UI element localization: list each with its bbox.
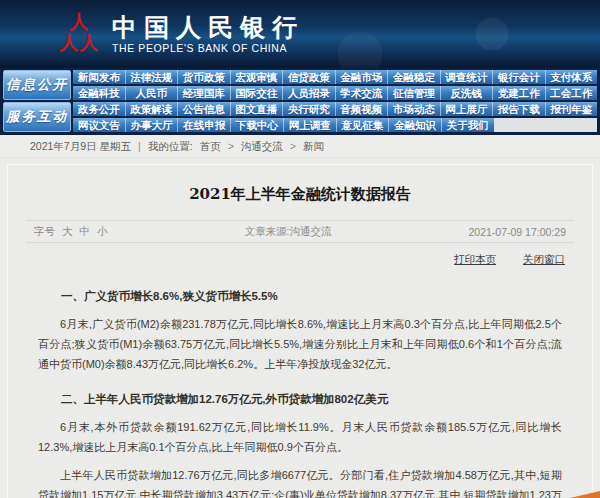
nav-item[interactable]: 工会工作 — [545, 86, 598, 100]
article-paragraph: 6月末,广义货币(M2)余额231.78万亿元,同比增长8.6%,增速比上月末高… — [38, 314, 562, 374]
breadcrumb-divider: | — [138, 135, 141, 157]
nav-empty-filler — [494, 118, 597, 132]
nav-item[interactable]: 经理国库 — [177, 86, 230, 100]
article-body: 一、广义货币增长8.6%,狭义货币增长5.5%6月末,广义货币(M2)余额231… — [8, 267, 592, 498]
pboc-logo-icon: 人 人 人 — [60, 11, 98, 57]
nav-item[interactable]: 国际交往 — [230, 86, 283, 100]
nav-item[interactable]: 报刊年鉴 — [545, 102, 598, 116]
nav-item[interactable]: 货币政策 — [177, 70, 230, 84]
nav-section-label[interactable]: 服务互动 — [3, 102, 71, 132]
nav-item[interactable]: 央行研究 — [282, 102, 335, 116]
font-size-label: 字号 — [34, 225, 55, 239]
nav-item[interactable]: 市场动态 — [387, 102, 440, 116]
svg-text:人: 人 — [69, 11, 90, 32]
nav-item[interactable]: 在线申报 — [177, 118, 230, 132]
nav-item[interactable]: 金融市场 — [335, 70, 388, 84]
print-page-link[interactable]: 打印本页 — [454, 253, 496, 265]
main-nav: 信息公开新闻发布法律法规货币政策宏观审慎信贷政策金融市场金融稳定调查统计银行会计… — [0, 68, 600, 135]
breadcrumb-date: 2021年7月9日 星期五 — [30, 135, 131, 157]
page-title: 2021年上半年金融统计数据报告 — [8, 165, 592, 220]
close-window-link[interactable]: 关闭窗口 — [523, 253, 565, 265]
nav-item[interactable]: 办事大厅 — [125, 118, 178, 132]
breadcrumb-arrow-icon: > — [228, 135, 234, 157]
font-size-option[interactable]: 小 — [97, 225, 108, 239]
nav-row: 金融科技人民币经理国库国际交往人员招录学术交流征信管理反洗钱党建工作工会工作 — [73, 86, 597, 100]
content-box: 2021年上半年金融统计数据报告 字号 大中小 文章来源:沟通交流 2021-0… — [7, 164, 593, 498]
nav-item[interactable]: 金融知识 — [388, 118, 441, 132]
font-size-option[interactable]: 大 — [62, 225, 73, 239]
nav-item[interactable]: 公告信息 — [177, 102, 230, 116]
nav-item[interactable]: 信贷政策 — [282, 70, 335, 84]
nav-row: 政务公开政策解读公告信息图文直播央行研究音频视频市场动态网上展厅报告下载报刊年鉴 — [73, 102, 597, 116]
nav-item[interactable]: 新闻发布 — [73, 70, 125, 84]
nav-item[interactable]: 学术交流 — [335, 86, 388, 100]
font-size-options: 大中小 — [62, 225, 108, 239]
nav-item[interactable]: 法律法规 — [125, 70, 178, 84]
font-size-option[interactable]: 中 — [80, 225, 91, 239]
article-paragraph: 6月末,本外币贷款余额191.62万亿元,同比增长11.9%。月末人民币贷款余额… — [38, 417, 562, 457]
font-size-control: 字号 大中小 — [34, 225, 108, 239]
nav-section: 服务互动政务公开政策解读公告信息图文直播央行研究音频视频市场动态网上展厅报告下载… — [3, 102, 597, 132]
article-actions: 打印本页 关闭窗口 — [8, 243, 592, 267]
nav-item[interactable]: 下载中心 — [230, 118, 283, 132]
nav-row: 新闻发布法律法规货币政策宏观审慎信贷政策金融市场金融稳定调查统计银行会计支付体系 — [73, 70, 597, 84]
nav-item[interactable]: 支付体系 — [545, 70, 598, 84]
nav-item[interactable]: 征信管理 — [387, 86, 440, 100]
nav-item[interactable]: 音频视频 — [335, 102, 388, 116]
breadcrumb-location-label: 我的位置: — [148, 135, 193, 157]
nav-item[interactable]: 政务公开 — [73, 102, 125, 116]
article-datetime: 2021-07-09 17:00:29 — [468, 226, 566, 238]
nav-item[interactable]: 关于我们 — [441, 118, 494, 132]
section-heading: 二、上半年人民币贷款增加12.76万亿元,外币贷款增加802亿美元 — [38, 389, 562, 409]
nav-item[interactable]: 网上展厅 — [440, 102, 493, 116]
nav-rows: 新闻发布法律法规货币政策宏观审慎信贷政策金融市场金融稳定调查统计银行会计支付体系… — [73, 70, 597, 100]
nav-item[interactable]: 网上调查 — [283, 118, 336, 132]
nav-item[interactable]: 银行会计 — [492, 70, 545, 84]
breadcrumb-links: 首页>沟通交流>新闻 — [200, 135, 324, 157]
corner-accent-decoration — [570, 491, 600, 498]
nav-item[interactable]: 图文直播 — [230, 102, 283, 116]
bank-title-cn: 中国人民银行 — [112, 14, 304, 41]
article-source: 文章来源:沟通交流 — [245, 225, 332, 239]
nav-item[interactable]: 人民币 — [125, 86, 178, 100]
nav-item[interactable]: 政策解读 — [125, 102, 178, 116]
nav-rows: 政务公开政策解读公告信息图文直播央行研究音频视频市场动态网上展厅报告下载报刊年鉴… — [73, 102, 597, 132]
article-paragraph: 上半年人民币贷款增加12.76万亿元,同比多增6677亿元。分部门看,住户贷款增… — [38, 465, 562, 498]
breadcrumb: 2021年7月9日 星期五 | 我的位置: 首页>沟通交流>新闻 — [0, 135, 600, 158]
breadcrumb-link[interactable]: 首页 — [200, 135, 221, 157]
nav-item[interactable]: 宏观审慎 — [230, 70, 283, 84]
nav-row: 网议文告办事大厅在线申报下载中心网上调查意见征集金融知识关于我们 — [73, 118, 597, 132]
breadcrumb-link[interactable]: 沟通交流 — [241, 135, 283, 157]
nav-item[interactable]: 人员招录 — [282, 86, 335, 100]
nav-item[interactable]: 报告下载 — [492, 102, 545, 116]
header-banner: 人 人 人 中国人民银行 THE PEOPLE'S BANK OF CHINA — [0, 0, 600, 68]
article-meta: 字号 大中小 文章来源:沟通交流 2021-07-09 17:00:29 — [26, 220, 574, 243]
nav-item[interactable]: 意见征集 — [336, 118, 389, 132]
breadcrumb-link[interactable]: 新闻 — [303, 135, 324, 157]
nav-item[interactable]: 党建工作 — [492, 86, 545, 100]
nav-item[interactable]: 反洗钱 — [440, 86, 493, 100]
nav-item[interactable]: 金融稳定 — [387, 70, 440, 84]
bank-title-en: THE PEOPLE'S BANK OF CHINA — [112, 41, 304, 55]
nav-section-label[interactable]: 信息公开 — [3, 70, 71, 100]
svg-text:人: 人 — [79, 31, 99, 53]
nav-item[interactable]: 网议文告 — [73, 118, 125, 132]
nav-item[interactable]: 调查统计 — [440, 70, 493, 84]
svg-text:人: 人 — [60, 31, 80, 53]
nav-section: 信息公开新闻发布法律法规货币政策宏观审慎信贷政策金融市场金融稳定调查统计银行会计… — [3, 70, 597, 100]
section-heading: 一、广义货币增长8.6%,狭义货币增长5.5% — [38, 286, 562, 306]
nav-item[interactable]: 金融科技 — [73, 86, 125, 100]
breadcrumb-arrow-icon: > — [290, 135, 296, 157]
